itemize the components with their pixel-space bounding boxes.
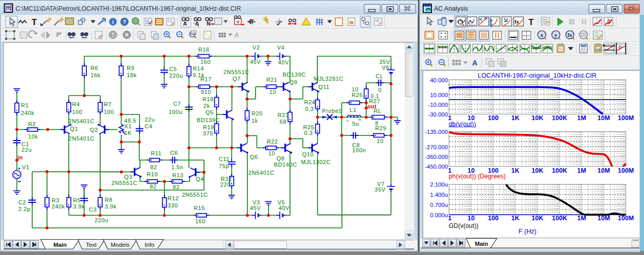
svg-text:R26: R26 xyxy=(352,92,363,98)
svg-text:Q2: Q2 xyxy=(90,127,98,133)
svg-text:A: A xyxy=(472,59,478,67)
svg-text:220u: 220u xyxy=(169,73,183,79)
svg-text:R17: R17 xyxy=(200,76,212,82)
svg-text:T: T xyxy=(32,17,37,27)
svg-text:100: 100 xyxy=(104,109,114,115)
svg-text:Q8: Q8 xyxy=(277,155,285,161)
svg-text:?: ? xyxy=(123,19,126,25)
svg-text:1M: 1M xyxy=(577,114,586,122)
svg-text:45V: 45V xyxy=(250,59,261,65)
svg-text:R13: R13 xyxy=(172,172,183,178)
svg-text:2N5551C: 2N5551C xyxy=(182,192,208,198)
svg-text:375: 375 xyxy=(203,130,213,136)
svg-text:C5: C5 xyxy=(169,66,177,72)
svg-text:100K: 100K xyxy=(552,167,567,174)
svg-text:R9: R9 xyxy=(127,65,134,71)
svg-text:2k: 2k xyxy=(203,103,210,109)
svg-text:Q9: Q9 xyxy=(289,79,297,85)
svg-text:fx: fx xyxy=(514,18,519,25)
svg-text:-360.000: -360.000 xyxy=(425,154,448,160)
svg-text:100M: 100M xyxy=(618,114,634,122)
svg-text:-450.000: -450.000 xyxy=(425,164,448,170)
svg-text:R24: R24 xyxy=(304,99,315,105)
svg-text:2.2p: 2.2p xyxy=(18,206,31,212)
svg-text:1K: 1K xyxy=(124,130,132,136)
svg-text:1k: 1k xyxy=(251,118,258,124)
svg-text:ph(v(out)) (Degrees): ph(v(out)) (Degrees) xyxy=(449,173,505,180)
svg-text:10K: 10K xyxy=(532,215,543,222)
svg-text:75p: 75p xyxy=(219,163,229,169)
svg-text:100: 100 xyxy=(72,109,82,115)
svg-text:10K: 10K xyxy=(532,114,543,122)
svg-text:1M: 1M xyxy=(577,215,586,222)
svg-text:-135.000: -135.000 xyxy=(425,129,448,135)
svg-text:3.9k: 3.9k xyxy=(73,203,85,210)
svg-text:2N5551C: 2N5551C xyxy=(223,69,249,75)
svg-text:T: T xyxy=(528,17,534,27)
svg-text:R29: R29 xyxy=(375,125,386,131)
svg-text:Q5: Q5 xyxy=(205,109,214,115)
svg-text:R20: R20 xyxy=(251,110,263,117)
svg-text:10K: 10K xyxy=(532,167,543,174)
svg-text:10M: 10M xyxy=(597,167,610,174)
svg-text:fx: fx xyxy=(567,32,572,38)
svg-text:Q6: Q6 xyxy=(250,154,258,160)
svg-text:R11: R11 xyxy=(151,150,162,156)
svg-text:1K: 1K xyxy=(511,167,519,174)
svg-text:40V: 40V xyxy=(278,59,289,65)
svg-text:y: y xyxy=(555,32,558,38)
svg-text:Q7: Q7 xyxy=(233,76,241,82)
svg-text:68: 68 xyxy=(280,119,286,125)
svg-text:C11: C11 xyxy=(219,156,229,162)
svg-text:MJL1302C: MJL1302C xyxy=(301,159,331,165)
svg-text:330: 330 xyxy=(168,202,178,208)
svg-text:10M: 10M xyxy=(597,114,610,122)
svg-text:123: 123 xyxy=(595,48,600,51)
svg-text:45V: 45V xyxy=(250,205,261,211)
svg-text:!: ! xyxy=(112,32,113,38)
svg-text:35V: 35V xyxy=(375,187,385,193)
svg-text:R16: R16 xyxy=(198,47,210,53)
svg-text:-270.000: -270.000 xyxy=(425,144,448,150)
svg-text:0.700u: 0.700u xyxy=(430,202,448,208)
svg-text:F (Hz): F (Hz) xyxy=(519,228,537,235)
svg-text:2N5401C: 2N5401C xyxy=(68,135,95,142)
svg-text:2N5401C: 2N5401C xyxy=(248,170,274,176)
svg-text:Q4: Q4 xyxy=(196,176,204,182)
svg-text:C2: C2 xyxy=(18,199,26,205)
svg-text:Q10: Q10 xyxy=(302,151,314,157)
svg-text:1K: 1K xyxy=(511,215,519,222)
svg-text:A: A xyxy=(235,32,239,39)
svg-text:GD(v(out)): GD(v(out)) xyxy=(449,222,478,229)
svg-text:Q11: Q11 xyxy=(318,84,330,90)
svg-text:R22: R22 xyxy=(267,138,278,145)
svg-text:Info: Info xyxy=(145,242,154,248)
svg-text:C7: C7 xyxy=(173,101,181,107)
svg-text:10.000: 10.000 xyxy=(430,92,448,98)
svg-text:R7: R7 xyxy=(104,101,111,107)
svg-text:100K: 100K xyxy=(552,215,567,222)
svg-text:40.000: 40.000 xyxy=(430,77,448,83)
svg-text:220u: 220u xyxy=(95,217,108,223)
svg-text:i: i xyxy=(112,19,114,25)
svg-text:BD139C: BD139C xyxy=(197,117,220,123)
svg-text:100: 100 xyxy=(488,114,499,122)
svg-text:BD140C: BD140C xyxy=(274,161,297,168)
svg-text:1M: 1M xyxy=(577,167,586,174)
svg-text:0.3: 0.3 xyxy=(305,106,314,112)
svg-text:R19: R19 xyxy=(203,124,214,130)
svg-text:0: 0 xyxy=(378,87,382,93)
svg-text:0.000u: 0.000u xyxy=(430,212,448,218)
svg-text:Main: Main xyxy=(475,241,488,247)
svg-text:V2: V2 xyxy=(252,44,260,51)
svg-text:R14: R14 xyxy=(193,65,204,72)
svg-text:V: V xyxy=(236,19,239,25)
svg-text:10: 10 xyxy=(377,138,383,144)
svg-text:R18: R18 xyxy=(202,96,214,102)
svg-text:MJL3281C: MJL3281C xyxy=(314,76,343,82)
svg-text:240k: 240k xyxy=(21,110,34,116)
svg-text:R21: R21 xyxy=(266,77,278,83)
svg-text:R4: R4 xyxy=(72,101,80,107)
svg-text:BD139C: BD139C xyxy=(283,72,306,78)
svg-text:2N5401C: 2N5401C xyxy=(68,118,95,124)
